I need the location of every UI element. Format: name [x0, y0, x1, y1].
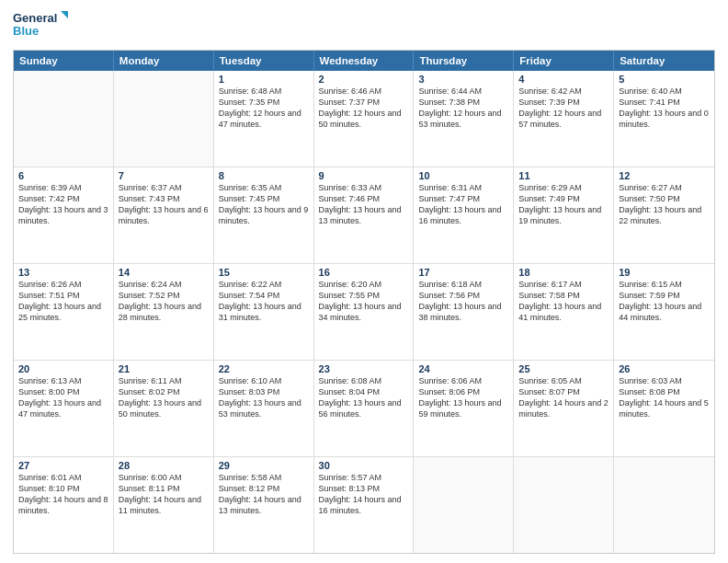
day-info: Sunrise: 6:37 AM Sunset: 7:43 PM Dayligh… — [119, 182, 209, 227]
day-number: 3 — [418, 74, 508, 85]
day-info: Sunrise: 6:35 AM Sunset: 7:45 PM Dayligh… — [219, 182, 309, 227]
calendar: SundayMondayTuesdayWednesdayThursdayFrid… — [13, 50, 715, 554]
calendar-cell: 30Sunrise: 5:57 AM Sunset: 8:13 PM Dayli… — [314, 457, 415, 553]
calendar-row: 1Sunrise: 6:48 AM Sunset: 7:35 PM Daylig… — [14, 71, 714, 167]
day-info: Sunrise: 6:46 AM Sunset: 7:37 PM Dayligh… — [319, 86, 409, 131]
calendar-header-cell: Monday — [114, 51, 214, 71]
calendar-cell: 20Sunrise: 6:13 AM Sunset: 8:00 PM Dayli… — [14, 361, 114, 456]
day-number: 23 — [319, 363, 409, 374]
day-info: Sunrise: 6:00 AM Sunset: 8:11 PM Dayligh… — [119, 472, 209, 517]
calendar-cell: 2Sunrise: 6:46 AM Sunset: 7:37 PM Daylig… — [314, 71, 415, 167]
day-number: 30 — [319, 460, 409, 471]
day-number: 24 — [418, 363, 508, 374]
calendar-row: 20Sunrise: 6:13 AM Sunset: 8:00 PM Dayli… — [14, 361, 714, 457]
calendar-row: 27Sunrise: 6:01 AM Sunset: 8:10 PM Dayli… — [14, 457, 714, 553]
day-number: 9 — [319, 170, 409, 181]
day-info: Sunrise: 5:58 AM Sunset: 8:12 PM Dayligh… — [219, 472, 309, 517]
calendar-cell: 14Sunrise: 6:24 AM Sunset: 7:52 PM Dayli… — [114, 264, 214, 360]
svg-text:General: General — [13, 11, 57, 25]
calendar-cell: 12Sunrise: 6:27 AM Sunset: 7:50 PM Dayli… — [614, 167, 714, 263]
day-info: Sunrise: 6:26 AM Sunset: 7:51 PM Dayligh… — [18, 279, 108, 324]
day-number: 25 — [518, 363, 609, 374]
day-info: Sunrise: 6:24 AM Sunset: 7:52 PM Dayligh… — [119, 279, 209, 324]
day-info: Sunrise: 6:11 AM Sunset: 8:02 PM Dayligh… — [119, 375, 209, 420]
day-info: Sunrise: 6:48 AM Sunset: 7:35 PM Dayligh… — [219, 86, 309, 131]
calendar-cell: 19Sunrise: 6:15 AM Sunset: 7:59 PM Dayli… — [614, 264, 714, 360]
day-info: Sunrise: 6:15 AM Sunset: 7:59 PM Dayligh… — [619, 279, 710, 324]
day-info: Sunrise: 6:31 AM Sunset: 7:47 PM Dayligh… — [418, 182, 508, 227]
day-number: 18 — [518, 267, 609, 278]
calendar-cell: 9Sunrise: 6:33 AM Sunset: 7:46 PM Daylig… — [314, 167, 415, 263]
calendar-cell: 29Sunrise: 5:58 AM Sunset: 8:12 PM Dayli… — [214, 457, 314, 553]
calendar-cell — [514, 457, 614, 553]
day-number: 7 — [119, 170, 209, 181]
calendar-row: 13Sunrise: 6:26 AM Sunset: 7:51 PM Dayli… — [14, 264, 714, 361]
calendar-cell: 6Sunrise: 6:39 AM Sunset: 7:42 PM Daylig… — [14, 167, 114, 263]
day-info: Sunrise: 6:18 AM Sunset: 7:56 PM Dayligh… — [418, 279, 508, 324]
calendar-cell — [114, 71, 214, 167]
day-number: 5 — [619, 74, 710, 85]
day-number: 21 — [119, 363, 209, 374]
calendar-row: 6Sunrise: 6:39 AM Sunset: 7:42 PM Daylig… — [14, 167, 714, 264]
svg-marker-2 — [61, 11, 68, 18]
day-info: Sunrise: 6:17 AM Sunset: 7:58 PM Dayligh… — [518, 279, 609, 324]
day-info: Sunrise: 6:42 AM Sunset: 7:39 PM Dayligh… — [518, 86, 609, 131]
calendar-cell: 16Sunrise: 6:20 AM Sunset: 7:55 PM Dayli… — [314, 264, 415, 360]
day-number: 6 — [18, 170, 108, 181]
day-number: 29 — [219, 460, 309, 471]
calendar-cell: 5Sunrise: 6:40 AM Sunset: 7:41 PM Daylig… — [614, 71, 714, 167]
day-info: Sunrise: 6:27 AM Sunset: 7:50 PM Dayligh… — [619, 182, 710, 227]
day-info: Sunrise: 6:20 AM Sunset: 7:55 PM Dayligh… — [319, 279, 409, 324]
day-info: Sunrise: 6:40 AM Sunset: 7:41 PM Dayligh… — [619, 86, 710, 131]
day-number: 1 — [219, 74, 309, 85]
calendar-header-cell: Sunday — [14, 51, 114, 71]
calendar-cell: 15Sunrise: 6:22 AM Sunset: 7:54 PM Dayli… — [214, 264, 314, 360]
calendar-cell — [14, 71, 114, 167]
calendar-cell: 10Sunrise: 6:31 AM Sunset: 7:47 PM Dayli… — [414, 167, 514, 263]
day-info: Sunrise: 6:39 AM Sunset: 7:42 PM Dayligh… — [18, 182, 108, 227]
day-number: 22 — [219, 363, 309, 374]
calendar-cell — [414, 457, 514, 553]
day-number: 20 — [18, 363, 108, 374]
day-number: 16 — [319, 267, 409, 278]
calendar-cell: 24Sunrise: 6:06 AM Sunset: 8:06 PM Dayli… — [414, 361, 514, 456]
day-info: Sunrise: 6:13 AM Sunset: 8:00 PM Dayligh… — [18, 375, 108, 420]
calendar-cell: 25Sunrise: 6:05 AM Sunset: 8:07 PM Dayli… — [514, 361, 614, 456]
calendar-cell: 11Sunrise: 6:29 AM Sunset: 7:49 PM Dayli… — [514, 167, 614, 263]
calendar-cell: 18Sunrise: 6:17 AM Sunset: 7:58 PM Dayli… — [514, 264, 614, 360]
calendar-cell — [614, 457, 714, 553]
day-number: 2 — [319, 74, 409, 85]
day-number: 17 — [418, 267, 508, 278]
calendar-cell: 8Sunrise: 6:35 AM Sunset: 7:45 PM Daylig… — [214, 167, 314, 263]
calendar-cell: 27Sunrise: 6:01 AM Sunset: 8:10 PM Dayli… — [14, 457, 114, 553]
day-info: Sunrise: 6:03 AM Sunset: 8:08 PM Dayligh… — [619, 375, 710, 420]
day-info: Sunrise: 6:22 AM Sunset: 7:54 PM Dayligh… — [219, 279, 309, 324]
day-number: 26 — [619, 363, 710, 374]
calendar-header-cell: Wednesday — [314, 51, 415, 71]
logo: General Blue — [13, 9, 68, 44]
day-info: Sunrise: 6:44 AM Sunset: 7:38 PM Dayligh… — [418, 86, 508, 131]
day-info: Sunrise: 6:29 AM Sunset: 7:49 PM Dayligh… — [518, 182, 609, 227]
calendar-cell: 3Sunrise: 6:44 AM Sunset: 7:38 PM Daylig… — [414, 71, 514, 167]
day-info: Sunrise: 5:57 AM Sunset: 8:13 PM Dayligh… — [319, 472, 409, 517]
day-info: Sunrise: 6:01 AM Sunset: 8:10 PM Dayligh… — [18, 472, 108, 517]
calendar-header: SundayMondayTuesdayWednesdayThursdayFrid… — [14, 51, 714, 71]
day-number: 8 — [219, 170, 309, 181]
calendar-cell: 17Sunrise: 6:18 AM Sunset: 7:56 PM Dayli… — [414, 264, 514, 360]
calendar-header-cell: Saturday — [614, 51, 714, 71]
day-info: Sunrise: 6:33 AM Sunset: 7:46 PM Dayligh… — [319, 182, 409, 227]
day-number: 19 — [619, 267, 710, 278]
day-number: 4 — [518, 74, 609, 85]
day-info: Sunrise: 6:10 AM Sunset: 8:03 PM Dayligh… — [219, 375, 309, 420]
calendar-cell: 22Sunrise: 6:10 AM Sunset: 8:03 PM Dayli… — [214, 361, 314, 456]
day-number: 14 — [119, 267, 209, 278]
calendar-header-cell: Thursday — [414, 51, 514, 71]
day-info: Sunrise: 6:05 AM Sunset: 8:07 PM Dayligh… — [518, 375, 609, 420]
day-number: 27 — [18, 460, 108, 471]
calendar-cell: 26Sunrise: 6:03 AM Sunset: 8:08 PM Dayli… — [614, 361, 714, 456]
calendar-header-cell: Friday — [514, 51, 614, 71]
calendar-header-cell: Tuesday — [214, 51, 314, 71]
calendar-cell: 23Sunrise: 6:08 AM Sunset: 8:04 PM Dayli… — [314, 361, 415, 456]
day-number: 28 — [119, 460, 209, 471]
day-info: Sunrise: 6:08 AM Sunset: 8:04 PM Dayligh… — [319, 375, 409, 420]
